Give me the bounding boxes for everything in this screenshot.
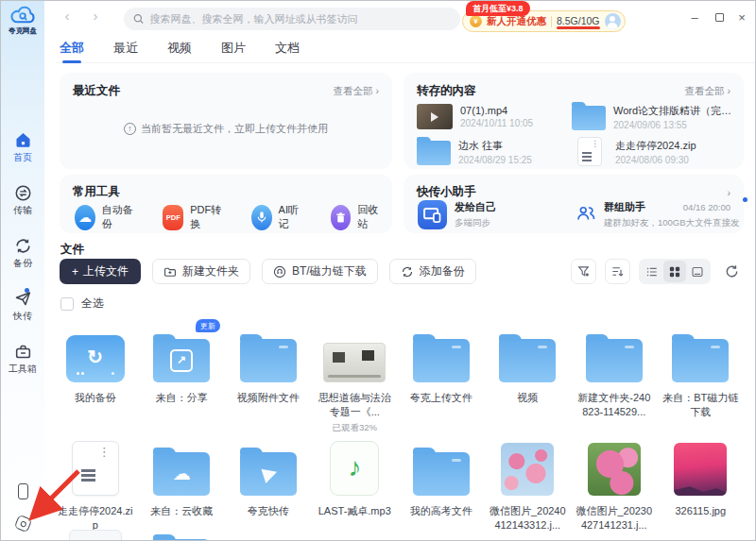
file-icon	[672, 339, 729, 382]
tab-文档[interactable]: 文档	[273, 36, 301, 63]
file-item[interactable]: 来自：云收藏	[139, 435, 226, 533]
file-item[interactable]: 新建文件夹-240823-114529...	[571, 322, 658, 434]
file-icon-area	[225, 435, 312, 496]
file-item[interactable]: LAST-臧卓.mp3	[312, 435, 399, 533]
file-icon	[66, 335, 125, 382]
saved-item-time: 2024/08/06 09:30	[615, 155, 696, 165]
common-tools-title: 常用工具	[73, 184, 120, 200]
file-item[interactable]: 微信图片_20230427141231.j...	[571, 435, 658, 533]
sidebar-item-label: 快传	[13, 310, 32, 323]
select-all-label: 全选	[81, 296, 104, 312]
select-all-checkbox[interactable]	[60, 297, 74, 311]
file-item[interactable]: 夸克上传文件	[398, 322, 485, 434]
saved-item[interactable]: Word论文排版精讲（完结） 2024/09/06 13:55	[572, 103, 734, 130]
file-item[interactable]: 思想道德与法治 专题一《... 已观看32%	[312, 322, 399, 434]
file-name: 思想道德与法治 专题一《...	[312, 391, 399, 419]
upload-file-button[interactable]: + 上传文件	[60, 259, 141, 284]
bt-magnet-download-button[interactable]: BT/磁力链下载	[262, 259, 378, 284]
assistant-title: 快传小助手	[417, 184, 476, 200]
avatar[interactable]	[605, 13, 621, 29]
sidebar: 夸克网盘 首页 传输	[1, 1, 44, 540]
saved-item[interactable]: 走走停停2024.zip 2024/08/06 09:30	[572, 137, 734, 166]
file-item[interactable]: 我的高考文件	[398, 435, 485, 533]
tools-row: ☁ 自动备份 PDF PDF转换 AI听记	[75, 203, 383, 231]
sidebar-item-home[interactable]: 首页	[13, 131, 32, 164]
send-to-self-name: 发给自己	[455, 200, 496, 214]
sidebar-item-transfer[interactable]: 传输	[13, 184, 32, 217]
file-item[interactable]: 326115.jpg	[658, 435, 745, 533]
notification-dot	[25, 288, 29, 293]
view-controls	[571, 259, 744, 284]
refresh-icon	[725, 264, 739, 279]
file-icon	[69, 530, 122, 541]
tab-图片[interactable]: 图片	[219, 36, 248, 63]
file-item[interactable]: 更新 来自：分享	[139, 322, 226, 434]
tab-最近[interactable]: 最近	[112, 36, 140, 63]
sidebar-item-quickshare[interactable]: 快传	[13, 290, 32, 323]
file-item[interactable]	[139, 522, 226, 541]
folder-icon	[417, 141, 451, 165]
mobile-app-icon[interactable]	[18, 483, 28, 499]
recent-view-all-link[interactable]: 查看全部 ›	[334, 85, 379, 98]
tool-auto-backup[interactable]: ☁ 自动备份	[75, 203, 135, 231]
filter-button[interactable]	[571, 259, 596, 284]
search-bar[interactable]	[124, 8, 460, 30]
back-button[interactable]: ‹	[58, 8, 77, 24]
file-item[interactable]: 夸克快传	[225, 435, 312, 533]
file-item[interactable]	[52, 522, 139, 541]
saved-content-title: 转存的内容	[417, 83, 476, 99]
new-folder-button[interactable]: 新建文件夹	[152, 259, 250, 284]
watch-progress: 已观看32%	[312, 422, 399, 434]
file-name: 夸克上传文件	[398, 391, 485, 405]
card-view-button[interactable]	[686, 261, 709, 282]
send-to-self-item[interactable]: 发给自己 多端同步	[418, 200, 496, 229]
maximize-icon	[715, 13, 724, 22]
video-thumbnail-icon	[417, 104, 453, 129]
file-item[interactable]: 微信图片_20240412143312.j...	[485, 435, 572, 533]
list-view-button[interactable]	[641, 261, 663, 282]
file-item[interactable]: 我的备份	[52, 322, 139, 434]
file-icon-area	[571, 322, 658, 382]
search-input[interactable]	[149, 13, 451, 25]
assistant-more-link[interactable]: ›	[728, 187, 731, 198]
maximize-button[interactable]	[710, 8, 729, 25]
file-item[interactable]: 走走停停2024.zip	[52, 435, 139, 533]
file-icon-area	[485, 322, 572, 382]
close-button[interactable]: ×	[732, 8, 751, 25]
grid-view-button[interactable]	[663, 261, 686, 282]
file-icon	[240, 452, 297, 496]
saved-item[interactable]: 07(1).mp4 2024/10/11 10:05	[417, 103, 564, 130]
file-name: 来自：分享	[139, 391, 226, 405]
upload-circle-icon: ↑	[124, 123, 136, 135]
tab-全部[interactable]: 全部	[58, 36, 86, 63]
minimize-button[interactable]: –	[685, 8, 704, 25]
tool-ai-listen[interactable]: AI听记	[251, 203, 303, 231]
tool-pdf-convert[interactable]: PDF PDF转换	[163, 203, 223, 231]
recent-empty-text: 当前暂无最近文件，立即上传文件并使用	[141, 122, 328, 136]
sidebar-item-toolbox[interactable]: 工具箱	[9, 343, 37, 376]
saved-content-card: 转存的内容 查看全部 › 07(1).mp4 2024/10/11 10:05 …	[404, 73, 744, 169]
sort-button[interactable]	[605, 259, 630, 284]
file-item[interactable]: 视频附件文件	[225, 322, 312, 434]
filter-icon	[577, 265, 590, 278]
sidebar-item-backup[interactable]: 备份	[13, 237, 32, 270]
forward-button[interactable]: ›	[86, 8, 105, 24]
tab-视频[interactable]: 视频	[165, 36, 194, 63]
promo-ribbon: 首月低至¥3.8	[466, 1, 530, 16]
group-assistant-time: 04/16 20:00	[683, 202, 730, 212]
refresh-button[interactable]	[719, 260, 744, 284]
saved-item[interactable]: 边水 往事 2024/08/29 15:25	[417, 137, 564, 166]
file-name: 我的高考文件	[398, 504, 485, 518]
file-item[interactable]: 来自：BT磁力链下载	[658, 322, 745, 434]
file-name: 来自：云收藏	[139, 504, 226, 518]
file-icon-area	[485, 435, 572, 496]
tool-recycle-bin[interactable]: 回收站	[331, 203, 383, 231]
backup-icon	[14, 237, 32, 255]
search-icon	[133, 13, 144, 25]
settings-gear-icon[interactable]	[13, 515, 32, 533]
add-backup-button[interactable]: 添加备份	[389, 259, 476, 284]
saved-view-all-link[interactable]: 查看全部 ›	[685, 85, 730, 98]
file-item[interactable]: 视频	[485, 322, 572, 434]
saved-item-time: 2024/10/11 10:05	[460, 118, 533, 128]
recent-empty-state[interactable]: ↑ 当前暂无最近文件，立即上传文件并使用	[60, 122, 392, 136]
